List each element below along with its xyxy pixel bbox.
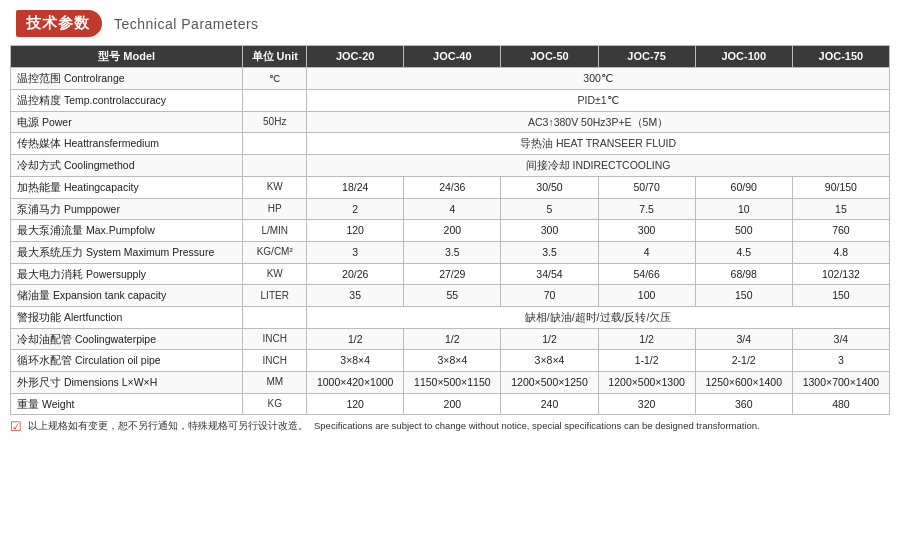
- row-unit: ℃: [243, 68, 307, 90]
- row-cell: 5: [501, 198, 598, 220]
- table-row: 温控精度 Temp.controlaccuracyPID±1℃: [11, 90, 890, 112]
- header-subtitle: Technical Parameters: [114, 16, 259, 32]
- row-label: 冷却油配管 Coolingwaterpipe: [11, 328, 243, 350]
- row-label: 温控精度 Temp.controlaccuracy: [11, 90, 243, 112]
- col-joc50: JOC-50: [501, 46, 598, 68]
- check-icon: ☑: [10, 419, 22, 434]
- row-unit: 50Hz: [243, 111, 307, 133]
- row-cell: 3/4: [695, 328, 792, 350]
- row-cell: 480: [792, 393, 889, 415]
- row-cell: 100: [598, 285, 695, 307]
- page-header: 技术参数 Technical Parameters: [0, 0, 900, 45]
- table-row: 加热能量 HeatingcapacityKW18/2424/3630/5050/…: [11, 176, 890, 198]
- table-row: 最大泵浦流量 Max.PumpfolwL/MIN1202003003005007…: [11, 220, 890, 242]
- row-cell: 4: [598, 241, 695, 263]
- row-cell: 10: [695, 198, 792, 220]
- row-cell: 3: [792, 350, 889, 372]
- specs-table: 型号 Model 单位 Unit JOC-20 JOC-40 JOC-50 JO…: [10, 45, 890, 415]
- row-cell: 7.5: [598, 198, 695, 220]
- row-cell: 300: [501, 220, 598, 242]
- table-row: 重量 WeightKG120200240320360480: [11, 393, 890, 415]
- row-merged-value: AC3↑380V 50Hz3P+E（5M）: [307, 111, 890, 133]
- row-cell: 4.5: [695, 241, 792, 263]
- row-cell: 24/36: [404, 176, 501, 198]
- row-merged-value: PID±1℃: [307, 90, 890, 112]
- row-unit: KG/CM²: [243, 241, 307, 263]
- row-cell: 90/150: [792, 176, 889, 198]
- row-cell: 70: [501, 285, 598, 307]
- row-cell: 200: [404, 220, 501, 242]
- row-label: 泵浦马力 Pumppower: [11, 198, 243, 220]
- row-unit: L/MIN: [243, 220, 307, 242]
- row-cell: 360: [695, 393, 792, 415]
- table-row: 传热媒体 Heattransfermedium导热油 HEAT TRANSEER…: [11, 133, 890, 155]
- row-label: 最大泵浦流量 Max.Pumpfolw: [11, 220, 243, 242]
- row-unit: INCH: [243, 328, 307, 350]
- row-cell: 240: [501, 393, 598, 415]
- row-label: 储油量 Expansion tank capacity: [11, 285, 243, 307]
- col-model: 型号 Model: [11, 46, 243, 68]
- table-row: 最大电力消耗 PowersupplyKW20/2627/2934/5454/66…: [11, 263, 890, 285]
- row-cell: 20/26: [307, 263, 404, 285]
- row-cell: 1300×700×1400: [792, 372, 889, 394]
- row-cell: 3×8×4: [404, 350, 501, 372]
- table-row: 最大系统压力 System Maximum PressureKG/CM²33.5…: [11, 241, 890, 263]
- row-cell: 1200×500×1300: [598, 372, 695, 394]
- row-unit: [243, 90, 307, 112]
- row-label: 最大系统压力 System Maximum Pressure: [11, 241, 243, 263]
- row-merged-value: 间接冷却 INDIRECTCOOLING: [307, 155, 890, 177]
- row-unit: INCH: [243, 350, 307, 372]
- row-cell: 2-1/2: [695, 350, 792, 372]
- row-cell: 102/132: [792, 263, 889, 285]
- row-cell: 34/54: [501, 263, 598, 285]
- row-cell: 3×8×4: [501, 350, 598, 372]
- row-cell: 3/4: [792, 328, 889, 350]
- row-label: 温控范围 Controlrange: [11, 68, 243, 90]
- row-cell: 1250×600×1400: [695, 372, 792, 394]
- row-label: 警报功能 Alertfunction: [11, 306, 243, 328]
- row-merged-value: 导热油 HEAT TRANSEER FLUID: [307, 133, 890, 155]
- row-merged-value: 300℃: [307, 68, 890, 90]
- footer-text-en: Specifications are subject to change wit…: [314, 420, 760, 431]
- table-row: 泵浦马力 PumppowerHP2457.51015: [11, 198, 890, 220]
- row-cell: 3.5: [404, 241, 501, 263]
- row-label: 外形尺寸 Dimensions L×W×H: [11, 372, 243, 394]
- row-label: 最大电力消耗 Powersupply: [11, 263, 243, 285]
- row-cell: 18/24: [307, 176, 404, 198]
- row-cell: 54/66: [598, 263, 695, 285]
- row-cell: 1150×500×1150: [404, 372, 501, 394]
- col-joc20: JOC-20: [307, 46, 404, 68]
- row-merged-value: 缺相/缺油/超时/过载/反转/欠压: [307, 306, 890, 328]
- row-cell: 300: [598, 220, 695, 242]
- col-joc150: JOC-150: [792, 46, 889, 68]
- table-row: 警报功能 Alertfunction缺相/缺油/超时/过载/反转/欠压: [11, 306, 890, 328]
- row-cell: 120: [307, 220, 404, 242]
- table-row: 储油量 Expansion tank capacityLITER35557010…: [11, 285, 890, 307]
- col-joc75: JOC-75: [598, 46, 695, 68]
- table-container: 型号 Model 单位 Unit JOC-20 JOC-40 JOC-50 JO…: [0, 45, 900, 415]
- footer-text-cn: 以上规格如有变更，恕不另行通知，特殊规格可另行设计改造。: [28, 420, 308, 433]
- row-label: 电源 Power: [11, 111, 243, 133]
- row-label: 加热能量 Heatingcapacity: [11, 176, 243, 198]
- row-label: 重量 Weight: [11, 393, 243, 415]
- row-cell: 1/2: [404, 328, 501, 350]
- row-label: 循环水配管 Circulation oil pipe: [11, 350, 243, 372]
- row-cell: 35: [307, 285, 404, 307]
- row-cell: 320: [598, 393, 695, 415]
- table-header-row: 型号 Model 单位 Unit JOC-20 JOC-40 JOC-50 JO…: [11, 46, 890, 68]
- row-unit: [243, 306, 307, 328]
- row-cell: 150: [792, 285, 889, 307]
- row-cell: 30/50: [501, 176, 598, 198]
- table-row: 温控范围 Controlrange℃300℃: [11, 68, 890, 90]
- row-unit: KG: [243, 393, 307, 415]
- col-joc40: JOC-40: [404, 46, 501, 68]
- row-cell: 1200×500×1250: [501, 372, 598, 394]
- row-cell: 60/90: [695, 176, 792, 198]
- row-cell: 1-1/2: [598, 350, 695, 372]
- row-cell: 4: [404, 198, 501, 220]
- row-cell: 500: [695, 220, 792, 242]
- row-label: 传热媒体 Heattransfermedium: [11, 133, 243, 155]
- table-row: 冷却油配管 CoolingwaterpipeINCH1/21/21/21/23/…: [11, 328, 890, 350]
- row-label: 冷却方式 Coolingmethod: [11, 155, 243, 177]
- row-unit: HP: [243, 198, 307, 220]
